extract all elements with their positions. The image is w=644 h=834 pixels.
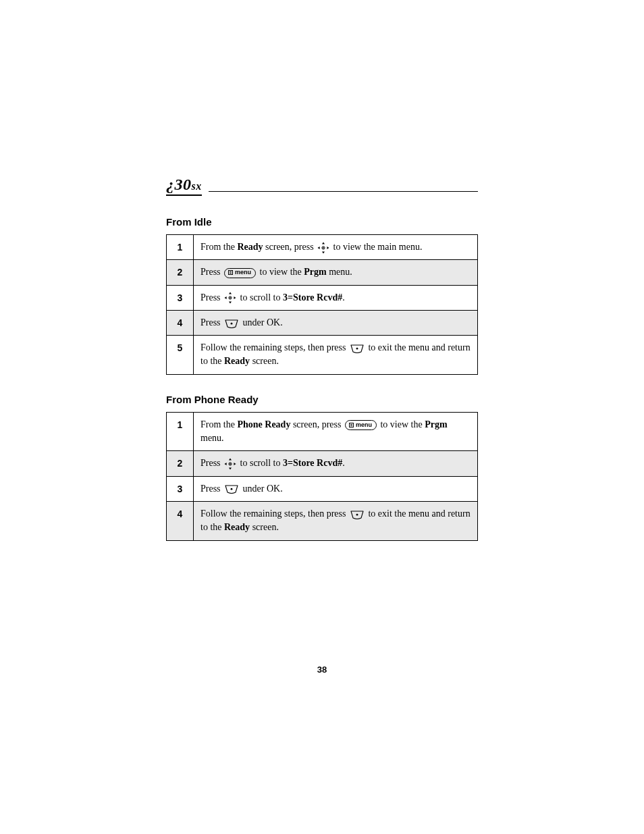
svg-point-13 <box>356 348 358 350</box>
svg-point-20 <box>231 488 233 490</box>
svg-marker-9 <box>229 302 232 304</box>
section-title-phone-ready: From Phone Ready <box>166 394 478 405</box>
table-row: 1From the Ready screen, press to view th… <box>167 235 478 260</box>
step-number: 4 <box>167 501 194 540</box>
table-row: 2Press to scroll to 3=Store Rcvd#. <box>167 451 478 476</box>
svg-point-15 <box>230 463 231 465</box>
svg-point-1 <box>323 247 324 249</box>
step-text: Press under OK. <box>194 310 478 335</box>
svg-point-7 <box>230 297 231 298</box>
step-text: Press menu to view the Prgm menu. <box>194 260 478 285</box>
step-text: Press to scroll to 3=Store Rcvd#. <box>194 451 478 476</box>
step-text: Press to scroll to 3=Store Rcvd#. <box>194 285 478 310</box>
ok-key-icon <box>350 344 365 353</box>
menu-key-icon: menu <box>224 268 256 278</box>
step-number: 2 <box>167 451 194 476</box>
section-title-idle: From Idle <box>166 216 478 228</box>
menu-key-icon: menu <box>345 420 377 430</box>
ok-key-icon <box>350 510 365 519</box>
step-text: From the Phone Ready screen, press menu … <box>194 412 478 451</box>
svg-point-12 <box>231 322 233 324</box>
header-rule <box>209 191 478 192</box>
step-text: Follow the remaining steps, then press t… <box>194 501 478 540</box>
step-number: 3 <box>167 476 194 501</box>
step-number: 5 <box>167 336 194 375</box>
scroll-key-icon <box>317 242 329 254</box>
table-row: 1From the Phone Ready screen, press menu… <box>167 412 478 451</box>
svg-marker-19 <box>234 463 236 465</box>
step-number: 1 <box>167 235 194 260</box>
step-number: 1 <box>167 412 194 451</box>
svg-marker-3 <box>322 251 325 253</box>
page-number: 38 <box>317 664 327 675</box>
step-text: Follow the remaining steps, then press t… <box>194 336 478 375</box>
table-row: 4Follow the remaining steps, then press … <box>167 501 478 540</box>
scroll-key-icon <box>224 458 236 470</box>
svg-marker-17 <box>229 468 232 470</box>
step-text: From the Ready screen, press to view the… <box>194 235 478 260</box>
table-row: 2Press menu to view the Prgm menu. <box>167 260 478 285</box>
ok-key-icon <box>224 484 239 494</box>
svg-marker-18 <box>225 463 227 465</box>
page-header: ¿30sx <box>166 176 478 196</box>
svg-marker-11 <box>234 296 236 299</box>
svg-marker-5 <box>327 246 329 249</box>
svg-marker-2 <box>322 242 325 244</box>
svg-marker-10 <box>225 296 227 299</box>
step-number: 3 <box>167 285 194 310</box>
svg-marker-4 <box>318 246 320 249</box>
model-badge: ¿30sx <box>166 176 202 196</box>
steps-table-idle: 1From the Ready screen, press to view th… <box>166 234 478 375</box>
steps-table-phone-ready: 1From the Phone Ready screen, press menu… <box>166 412 478 541</box>
svg-point-21 <box>356 514 358 516</box>
step-number: 4 <box>167 310 194 335</box>
svg-marker-8 <box>229 292 232 294</box>
step-text: Press under OK. <box>194 476 478 501</box>
table-row: 4Press under OK. <box>167 310 478 335</box>
svg-marker-16 <box>229 459 232 461</box>
step-number: 2 <box>167 260 194 285</box>
table-row: 3Press under OK. <box>167 476 478 501</box>
table-row: 5Follow the remaining steps, then press … <box>167 336 478 375</box>
table-row: 3Press to scroll to 3=Store Rcvd#. <box>167 285 478 310</box>
scroll-key-icon <box>224 292 236 304</box>
ok-key-icon <box>224 319 239 328</box>
